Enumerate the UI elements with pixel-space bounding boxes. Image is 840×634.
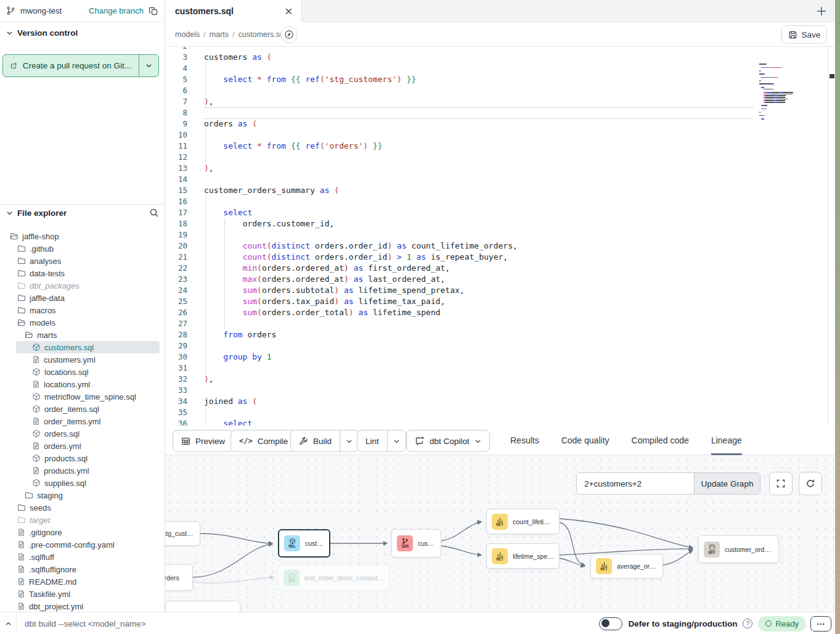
version-control-header[interactable]: Version control — [6, 28, 78, 38]
file-tree-item-locations-yml[interactable]: locations.yml — [0, 378, 165, 390]
file-tree-item--sqlfluff[interactable]: .sqlfluff — [0, 551, 165, 563]
pr-dropdown-caret[interactable] — [139, 55, 158, 76]
build-button[interactable]: Build — [290, 430, 359, 452]
file-tree-item-readme-md[interactable]: README.md — [0, 575, 165, 588]
file-tree-item-locations-sql[interactable]: locations.sql — [0, 366, 165, 378]
editor-toolbar: Preview </> Compile Build Lint — [165, 426, 835, 455]
collapse-panel-button[interactable] — [0, 612, 17, 634]
code-line: count(distinct orders.order_id) > 1 as i… — [204, 252, 828, 263]
file-tree-item-metricflow-time-spine-sql[interactable]: metricflow_time_spine.sql — [0, 390, 165, 403]
file-tree-item-marts[interactable]: marts — [0, 329, 165, 341]
file-tree-item-customers-yml[interactable]: customers.yml — [0, 353, 165, 366]
file-tree-item-taskfile-yml[interactable]: Taskfile.yml — [0, 588, 165, 600]
lineage-node-count-lifetime-orders[interactable]: METcount_lifetime_orders — [486, 509, 560, 534]
tab-compiled-code[interactable]: Compiled code — [632, 426, 689, 455]
tab-lineage[interactable]: Lineage — [711, 426, 742, 455]
compile-button[interactable]: </> Compile — [230, 430, 296, 452]
code-line — [204, 407, 828, 418]
file-tree-item-analyses[interactable]: analyses — [0, 255, 165, 267]
file-tree-item-orders-yml[interactable]: orders.yml — [0, 440, 165, 452]
file-tree-item-macros[interactable]: macros — [0, 304, 165, 316]
new-tab-button[interactable] — [815, 5, 828, 17]
folder-icon — [17, 294, 26, 302]
breadcrumb-item[interactable]: customers.sql — [239, 30, 286, 39]
file-explorer-title: File explorer — [17, 208, 67, 218]
scrollbar-thumb[interactable] — [830, 74, 834, 78]
file-label: customers.yml — [44, 355, 96, 364]
file-tree-item-order-items-yml[interactable]: order_items.yml — [0, 415, 165, 427]
copy-icon[interactable] — [149, 6, 158, 16]
preview-button[interactable]: Preview — [173, 430, 234, 452]
lineage-node-test-order-items-compute-to-bools-[interactable]: TSTtest_order_items_compute_to_bools... — [278, 564, 389, 591]
search-icon[interactable] — [149, 208, 159, 218]
file-tree-item-supplies-sql[interactable]: supplies.sql — [0, 477, 165, 489]
fullscreen-button[interactable] — [769, 472, 793, 495]
close-icon[interactable] — [285, 7, 293, 15]
file-tree-item-products-yml[interactable]: products.yml — [0, 464, 165, 477]
dbt-copilot-button[interactable]: dbt Copilot — [406, 430, 490, 452]
breadcrumb-separator: / — [232, 30, 234, 39]
file-tree-item-jaffle-data[interactable]: jaffle-data — [0, 292, 165, 304]
defer-toggle[interactable] — [599, 617, 622, 630]
tab-code-quality[interactable]: Code quality — [561, 426, 610, 455]
change-branch-link[interactable]: Change branch — [89, 6, 144, 15]
code-line — [204, 340, 828, 352]
lineage-node-customers[interactable]: MDLcustomers — [278, 529, 330, 558]
code-line — [204, 318, 828, 329]
lineage-node-lifetime-spend-pretax[interactable]: METlifetime_spend_pretax — [486, 543, 560, 569]
file-tree-item-jaffle-shop[interactable]: jaffle-shop — [0, 230, 165, 242]
file-tree-item-dbt-project-yml[interactable]: dbt_project.yml — [0, 600, 165, 612]
update-graph-button[interactable]: Update Graph — [694, 473, 760, 494]
file-tree-item--github[interactable]: .github — [0, 242, 165, 255]
line-number: 9 — [165, 118, 192, 130]
met-badge-icon: MET — [492, 548, 508, 564]
file-explorer-header[interactable]: File explorer — [6, 208, 159, 218]
breadcrumb-item[interactable]: marts — [210, 30, 229, 39]
build-dropdown-caret[interactable] — [340, 430, 358, 451]
folder-icon — [17, 503, 26, 512]
lineage-node-average-order-value[interactable]: METaverage_order_value — [590, 554, 663, 578]
save-button[interactable]: Save — [781, 25, 827, 44]
refresh-button[interactable] — [799, 472, 822, 495]
file-tree-item-order-items-sql[interactable]: order_items.sql — [0, 403, 165, 415]
lineage-node-customer-order-metrics[interactable]: QRYcustomer_order_metrics — [698, 535, 779, 563]
more-options-button[interactable] — [810, 616, 831, 632]
file-tree-item-customers-sql[interactable]: customers.sql — [0, 341, 165, 353]
branch-name: mwong-test — [20, 6, 62, 15]
tab-customers-sql[interactable]: customers.sql — [165, 0, 302, 22]
code-line: from orders — [204, 329, 828, 340]
dbt-command-input[interactable] — [25, 612, 394, 634]
file-tree-item-seeds[interactable]: seeds — [0, 501, 165, 514]
file-tree-item-models[interactable]: models — [0, 316, 165, 329]
minimap[interactable] — [759, 62, 809, 121]
lineage-node-orders[interactable]: MDLorders — [165, 564, 193, 591]
file-tree-item-products-sql[interactable]: products.sql — [0, 452, 165, 464]
lint-button[interactable]: Lint — [357, 430, 406, 452]
file-tree-item-staging[interactable]: staging — [0, 489, 165, 501]
line-number: 8 — [165, 107, 192, 118]
file-label: .pre-commit-config.yaml — [29, 540, 115, 550]
file-tree-item-data-tests[interactable]: data-tests — [0, 267, 165, 279]
help-icon[interactable]: ? — [743, 619, 752, 628]
file-tree-item--pre-commit-config-yaml[interactable]: .pre-commit-config.yaml — [0, 538, 165, 551]
lint-dropdown-caret[interactable] — [387, 430, 406, 451]
code-line: ), — [204, 374, 828, 385]
create-pr-button[interactable]: Create a pull request on Git... — [2, 54, 159, 77]
code-line: customers as ( — [204, 52, 828, 63]
lineage-node-stg-customers[interactable]: MDLstg_customers — [165, 521, 200, 546]
breadcrumb-item[interactable]: models — [175, 30, 200, 39]
lineage-node-customers[interactable]: SEMcustomers — [391, 529, 441, 558]
file-tree-item--gitignore[interactable]: .gitignore — [0, 526, 165, 538]
line-number: 5 — [165, 74, 192, 85]
code-line: select * from {{ ref('stg_customers') }} — [204, 74, 828, 85]
file-tree-item--sqlfluffignore[interactable]: .sqlfluffignore — [0, 563, 165, 575]
canvas-icon[interactable] — [280, 26, 298, 43]
file-tree-item-orders-sql[interactable]: orders.sql — [0, 427, 165, 440]
lineage-node-partial[interactable] — [165, 601, 240, 612]
editor-scrollbar[interactable] — [828, 47, 835, 426]
file-tree-item-dbt-packages[interactable]: dbt_packages — [0, 279, 165, 292]
code-editor[interactable]: 2345678910111213141516171819202122232425… — [165, 47, 828, 426]
selector-input[interactable] — [577, 473, 694, 494]
tab-results[interactable]: Results — [510, 426, 539, 455]
file-tree-item-target[interactable]: target — [0, 514, 165, 526]
